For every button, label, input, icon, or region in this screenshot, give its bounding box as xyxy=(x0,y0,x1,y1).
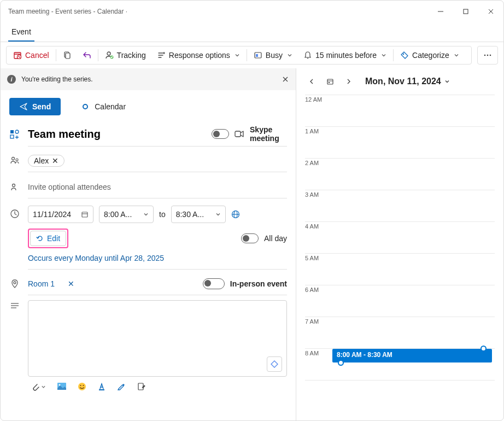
event-resize-handle-bottom[interactable] xyxy=(338,360,344,366)
hour-label: 8 AM xyxy=(305,349,332,380)
remove-attendee-button[interactable]: ✕ xyxy=(52,156,58,165)
svg-rect-23 xyxy=(235,131,241,137)
calendar-label: Calendar xyxy=(95,102,126,111)
in-person-toggle[interactable] xyxy=(203,278,225,289)
location-chip[interactable]: Room 1 ✕ xyxy=(28,279,74,288)
hour-label: 3 AM xyxy=(305,190,332,221)
reminder-label: 15 minutes before xyxy=(315,51,377,60)
tracking-button[interactable]: Tracking xyxy=(99,47,151,63)
attach-button[interactable] xyxy=(31,382,46,391)
calendar-date-picker[interactable]: Mon, Nov 11, 2024 xyxy=(365,77,450,86)
remove-location-button[interactable]: ✕ xyxy=(68,279,74,288)
day-timeline[interactable]: Ablebits.com 12 AM 1 AM 2 AM 3 AM 4 AM 5… xyxy=(305,95,495,421)
event-resize-handle-top[interactable] xyxy=(480,346,487,352)
edit-recurrence-highlight: Edit xyxy=(28,229,68,248)
svg-rect-9 xyxy=(66,53,70,59)
minimize-button[interactable] xyxy=(428,3,453,20)
maximize-button[interactable] xyxy=(453,3,478,20)
send-icon xyxy=(19,102,28,111)
insert-emoji-button[interactable] xyxy=(78,382,86,391)
optional-attendees-icon xyxy=(9,182,20,192)
hour-label: 7 AM xyxy=(305,317,332,348)
end-time-picker[interactable]: 8:30 A... xyxy=(171,206,226,223)
hour-label: 4 AM xyxy=(305,222,332,253)
calendar-date-label: Mon, Nov 11, 2024 xyxy=(365,77,441,86)
all-day-toggle[interactable] xyxy=(241,233,259,243)
show-as-label: Busy xyxy=(266,51,283,60)
svg-point-14 xyxy=(403,54,404,55)
chevron-down-icon xyxy=(143,212,149,217)
required-attendees-icon xyxy=(9,156,20,166)
recurrence-summary: Occurs every Monday until Apr 28, 2025 xyxy=(28,254,164,262)
separator xyxy=(98,49,98,61)
svg-point-24 xyxy=(12,157,15,160)
info-bar: i You're editing the series. xyxy=(1,68,296,90)
categorize-button[interactable]: Categorize xyxy=(395,47,465,63)
tracking-icon xyxy=(105,51,114,60)
cancel-button[interactable]: Cancel xyxy=(8,47,55,63)
more-button[interactable] xyxy=(477,46,498,65)
info-icon: i xyxy=(7,75,16,84)
show-as-button[interactable]: Busy xyxy=(248,47,298,63)
calendar-icon xyxy=(81,210,89,218)
calendar-selector[interactable]: Calendar xyxy=(83,102,126,111)
hour-label: 6 AM xyxy=(305,285,332,317)
insert-picture-button[interactable] xyxy=(57,382,67,391)
loop-component-button[interactable] xyxy=(267,356,282,372)
chevron-down-icon xyxy=(235,52,240,58)
in-person-label: In-person event xyxy=(230,279,287,288)
start-time-picker[interactable]: 8:00 A... xyxy=(99,206,154,223)
skype-label: Skype meeting xyxy=(250,125,287,143)
event-title-input[interactable] xyxy=(28,128,206,141)
next-day-button[interactable] xyxy=(342,75,355,88)
svg-point-38 xyxy=(59,384,61,386)
tracking-label: Tracking xyxy=(117,51,146,60)
svg-point-41 xyxy=(83,385,84,386)
response-options-button[interactable]: Response options xyxy=(151,47,245,63)
reminder-button[interactable]: 15 minutes before xyxy=(298,47,392,63)
categorize-label: Categorize xyxy=(412,51,449,60)
svg-point-25 xyxy=(16,159,18,161)
bell-icon xyxy=(303,51,312,60)
svg-point-40 xyxy=(80,385,81,386)
svg-rect-42 xyxy=(99,389,104,390)
calendar-event-block[interactable]: 8:00 AM - 8:30 AM xyxy=(332,349,492,362)
svg-rect-13 xyxy=(256,54,258,57)
optional-attendees-input[interactable]: Invite optional attendees xyxy=(28,183,111,191)
date-picker[interactable]: 11/11/2024 xyxy=(28,206,93,223)
tab-event[interactable]: Event xyxy=(8,23,34,42)
svg-point-33 xyxy=(14,282,16,284)
svg-rect-28 xyxy=(82,212,87,217)
hour-label: 2 AM xyxy=(305,159,332,190)
calendar-dot-icon xyxy=(83,104,88,109)
body-editor[interactable] xyxy=(28,300,287,377)
font-color-button[interactable] xyxy=(97,382,106,391)
clock-icon xyxy=(9,206,20,219)
highlight-button[interactable] xyxy=(117,382,126,391)
send-label: Send xyxy=(32,102,51,111)
insert-signature-button[interactable] xyxy=(137,382,145,391)
prev-day-button[interactable] xyxy=(305,75,318,88)
chevron-down-icon xyxy=(444,79,450,84)
skype-toggle[interactable] xyxy=(212,129,229,139)
response-options-label: Response options xyxy=(169,51,230,60)
edit-recurrence-button[interactable]: Edit xyxy=(30,231,66,246)
info-message: You're editing the series. xyxy=(21,75,93,83)
svg-rect-22 xyxy=(10,135,14,138)
reply-button[interactable] xyxy=(77,47,97,63)
timezone-button[interactable] xyxy=(231,210,240,219)
reply-icon xyxy=(83,51,91,60)
info-close-button[interactable] xyxy=(282,75,289,83)
separator xyxy=(247,49,247,61)
copy-icon xyxy=(63,51,72,60)
attendee-chip[interactable]: Alex ✕ xyxy=(28,155,65,167)
location-value: Room 1 xyxy=(28,279,55,288)
copy-button[interactable] xyxy=(57,47,77,63)
send-button[interactable]: Send xyxy=(9,98,61,115)
svg-rect-46 xyxy=(329,82,330,83)
chevron-down-icon xyxy=(215,212,221,217)
close-window-button[interactable] xyxy=(478,3,503,20)
separator xyxy=(393,49,394,61)
today-button[interactable] xyxy=(324,75,337,88)
start-time-value: 8:00 A... xyxy=(104,210,132,219)
